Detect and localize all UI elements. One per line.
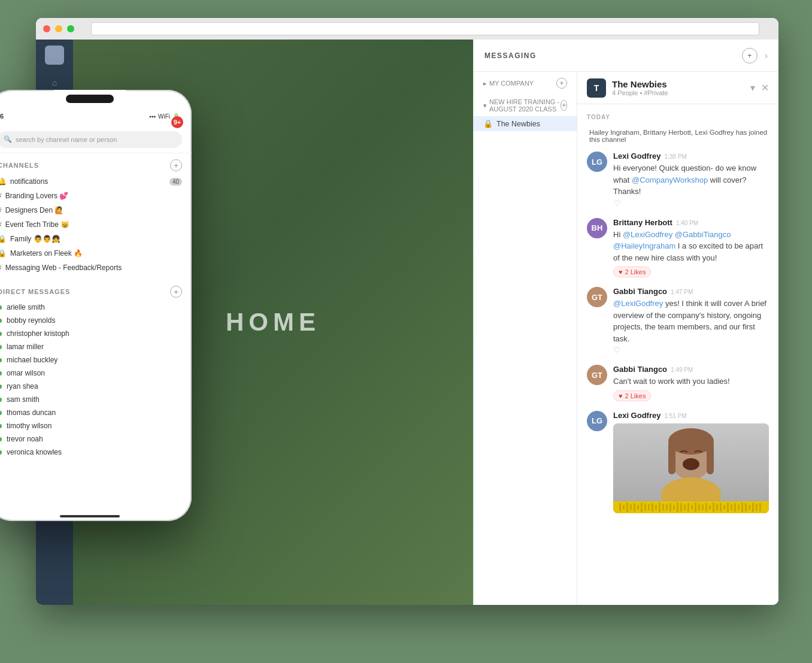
channel-list-panel: ▸ MY COMPANY + ▾ NEW HIRE TRAINING - AUG… [474,72,577,605]
phone-time: 6 [0,113,4,120]
online-dot-trevor [0,437,2,441]
close-button[interactable] [43,25,50,32]
svg-rect-47 [759,503,761,511]
maximize-button[interactable] [67,25,74,32]
close-icon[interactable]: ✕ [761,82,769,93]
msg-header-2: Brittany Herbott 1:40 PM [613,218,769,227]
minimize-button[interactable] [55,25,62,32]
message-body-3: Gabbi Tiangco 1:47 PM @LexiGodfrey yes! … [613,287,769,355]
phone-search-bar[interactable]: 🔍 search by channel name or person [0,131,182,148]
msg-time-2: 1:40 PM [676,220,698,226]
phone-content[interactable]: CHANNELS + 🔔 notifications 40 # Branding… [0,153,192,519]
dm-christopher-label: christopher kristoph [7,329,69,338]
channel-avatar: T [587,78,606,98]
dm-bobby[interactable]: bobby reynolds [0,314,192,327]
like-button-1[interactable]: ♡ [613,198,621,208]
svg-rect-3 [668,441,675,474]
dm-veronica[interactable]: veronica knowles [0,446,192,459]
message-5: LG Lexi Godfrey 1:51 PM [587,411,769,513]
dm-christopher[interactable]: christopher kristoph [0,327,192,340]
image-content [613,423,769,513]
chat-messages[interactable]: TODAY Hailey Ingraham, Brittany Herbott,… [577,104,778,605]
reaction-2[interactable]: ♥ 2 Likes [613,267,651,277]
sidebar-icon-home[interactable]: ⌂ [46,74,63,91]
online-dot-veronica [0,450,2,455]
svg-rect-41 [738,505,740,510]
message-body-1: Lexi Godfrey 1:38 PM Hi everyone! Quick … [613,152,769,208]
dm-michael[interactable]: michael buckley [0,353,192,367]
url-bar[interactable] [91,22,759,35]
phone-channel-designers[interactable]: # Designers Den 🙋 [0,203,192,217]
dm-trevor[interactable]: trevor noah [0,432,192,446]
system-message: Hailey Ingraham, Brittany Herbott, Lexi … [587,129,769,143]
phone-channel-notifications[interactable]: 🔔 notifications 40 [0,174,192,189]
svg-rect-18 [655,505,657,510]
lock-icon-1: 🔒 [0,235,7,243]
avatar-lexi: LG [587,152,607,172]
channel-name: The Newbies [612,79,744,89]
dm-thomas[interactable]: thomas duncan [0,406,192,419]
reaction-count-4: 2 Likes [625,392,646,399]
mention-2b: @GabbiTiangco [675,230,731,239]
dm-omar-label: omar wilson [7,369,45,377]
dm-timothy[interactable]: timothy wilson [0,419,192,432]
svg-rect-37 [723,505,725,510]
svg-rect-23 [673,505,675,510]
add-new-hire-button[interactable]: + [560,100,567,111]
svg-rect-35 [716,504,718,511]
chevron-right-icon[interactable]: › [765,50,768,61]
dm-section-header: DIRECT MESSAGES + [0,280,192,301]
dm-thomas-label: thomas duncan [7,408,56,417]
like-button-3[interactable]: ♡ [613,345,621,355]
phone-channel-messaging[interactable]: # Messaging Web - Feedback/Reports [0,261,192,275]
add-dm-button[interactable]: + [170,286,182,298]
chat-header-info: The Newbies 4 People • #Private [612,79,744,96]
dm-lamar[interactable]: lamar miller [0,340,192,353]
dm-arielle[interactable]: arielle smith [0,301,192,314]
message-2: BH Brittany Herbott 1:40 PM Hi @LexiGodf… [587,218,769,278]
channel-subtitle: 4 People • #Private [612,89,744,96]
phone-channel-family[interactable]: 🔒 Family 👨👨👧 [0,232,192,246]
phone-channel-marketers[interactable]: 🔒 Marketers on Fleek 🔥 [0,246,192,261]
svg-rect-33 [709,505,711,510]
chevron-down-icon[interactable]: ▾ [750,82,755,93]
hash-icon-3: # [0,220,2,229]
new-message-button[interactable]: + [742,48,758,63]
my-company-group[interactable]: ▸ MY COMPANY + [474,72,577,92]
msg-text-1: Hi everyone! Quick question- do we know … [613,162,769,198]
message-3: GT Gabbi Tiangco 1:47 PM @LexiGodfrey ye… [587,287,769,355]
svg-rect-14 [641,502,643,512]
add-my-company-button[interactable]: + [556,78,567,89]
dm-sam[interactable]: sam smith [0,393,192,406]
svg-rect-11 [630,504,632,510]
user-avatar[interactable] [45,46,64,65]
phone-status-bar: 6 ▪▪▪ WiFi 🔋 [0,107,192,126]
phone-channel-event[interactable]: # Event Tech Tribe 😸 [0,217,192,232]
online-dot-timothy [0,424,2,428]
chevron-down-icon: ▾ [483,102,487,110]
chevron-right-icon: ▸ [483,80,487,87]
phone-container: 6 ▪▪▪ WiFi 🔋 9+ 🔍 search by channel name… [0,90,192,521]
msg-sender-1: Lexi Godfrey [613,152,660,161]
svg-rect-22 [669,503,671,511]
phone-home-bar[interactable] [60,515,120,517]
add-channel-button[interactable]: + [170,159,182,171]
svg-rect-30 [698,504,700,511]
channel-item-newbies[interactable]: 🔒 The Newbies [474,116,577,131]
mention-2c: @HaileyIngraham [613,241,675,250]
svg-rect-36 [720,503,722,511]
msg-sender-5: Lexi Godfrey [613,411,660,420]
chat-header: T The Newbies 4 People • #Private ▾ ✕ [577,72,778,104]
lock-icon: 🔒 [483,119,493,128]
new-hire-group[interactable]: ▾ NEW HIRE TRAINING - AUGUST 2020 CLASS … [474,92,577,116]
lock-icon-2: 🔒 [0,249,7,258]
phone-channel-branding[interactable]: # Branding Lovers 💕 [0,189,192,203]
messaging-body: ▸ MY COMPANY + ▾ NEW HIRE TRAINING - AUG… [474,72,778,605]
dm-omar[interactable]: omar wilson [0,367,192,380]
reaction-4[interactable]: ♥ 2 Likes [613,390,651,401]
avatar-brittany: BH [587,218,607,238]
marketers-label: Marketers on Fleek 🔥 [10,249,83,258]
dm-ryan[interactable]: ryan shea [0,380,192,393]
wifi-icon: WiFi [158,113,170,120]
svg-rect-42 [741,502,743,512]
